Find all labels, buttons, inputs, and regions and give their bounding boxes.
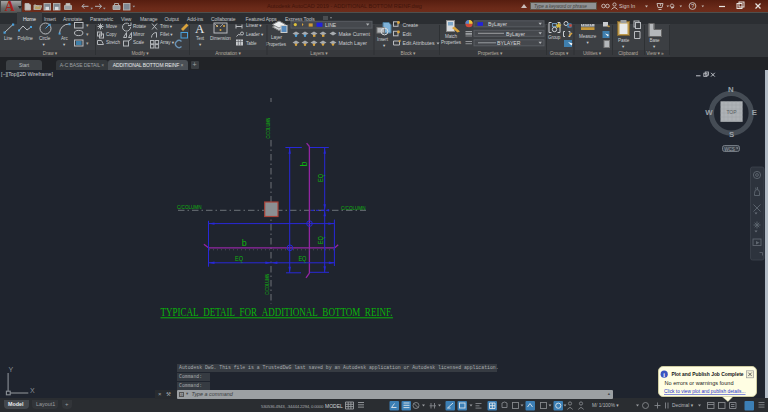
- svg-text:Plot and Publish Job Complete: Plot and Publish Job Complete: [672, 371, 745, 377]
- svg-text:No errors or warnings found: No errors or warnings found: [665, 380, 734, 386]
- svg-text:Click to view plot and publish: Click to view plot and publish details..…: [664, 388, 746, 394]
